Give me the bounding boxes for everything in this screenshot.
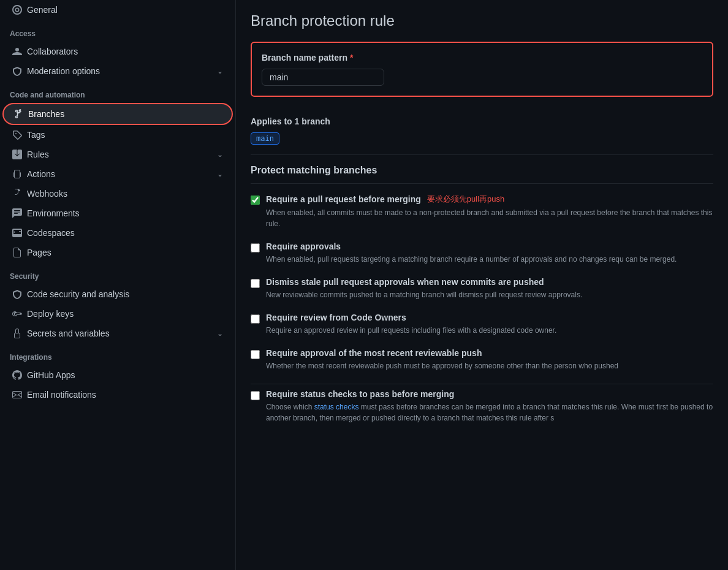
dismiss-stale-content: Dismiss stale pull request approvals whe… bbox=[266, 277, 582, 300]
require-code-owners-checkbox[interactable] bbox=[251, 314, 260, 324]
mail-icon bbox=[12, 390, 22, 400]
rule-require-approvals: Require approvals When enabled, pull req… bbox=[251, 241, 713, 265]
require-status-checks-checkbox[interactable] bbox=[251, 391, 260, 400]
sidebar-branches-label: Branches bbox=[28, 109, 64, 119]
sidebar-item-secrets[interactable]: Secrets and variables ⌄ bbox=[2, 324, 233, 343]
applies-title: Applies to 1 branch bbox=[251, 116, 713, 126]
require-pr-checkbox[interactable] bbox=[251, 196, 260, 205]
actions-chevron-icon: ⌄ bbox=[217, 170, 223, 178]
require-pr-annotation: 要求必须先pull再push bbox=[427, 194, 504, 205]
gear-icon bbox=[12, 5, 22, 15]
sidebar-item-general[interactable]: General bbox=[2, 0, 233, 20]
section-divider bbox=[251, 384, 713, 384]
require-status-checks-title: Require status checks to pass before mer… bbox=[266, 389, 713, 399]
apps-icon bbox=[12, 370, 22, 380]
branch-name-input[interactable] bbox=[262, 69, 384, 86]
tag-icon bbox=[12, 130, 22, 140]
moderation-icon bbox=[12, 66, 22, 76]
key-icon bbox=[12, 309, 22, 319]
require-code-owners-content: Require review from Code Owners Require … bbox=[266, 313, 556, 336]
applies-section: Applies to 1 branch main bbox=[251, 107, 713, 155]
require-approval-recent-title: Require approval of the most recent revi… bbox=[266, 348, 618, 358]
require-pr-content: Require a pull request before merging 要求… bbox=[266, 194, 713, 229]
require-approvals-checkbox[interactable] bbox=[251, 243, 260, 253]
sidebar-secrets-label: Secrets and variables bbox=[27, 329, 110, 338]
branch-icon bbox=[13, 109, 23, 119]
sidebar-rules-label: Rules bbox=[27, 150, 49, 159]
secrets-chevron-icon: ⌄ bbox=[217, 329, 223, 338]
sidebar-item-actions[interactable]: Actions ⌄ bbox=[2, 164, 233, 184]
webhook-icon bbox=[12, 189, 22, 199]
section-access: Access bbox=[0, 20, 235, 42]
sidebar-actions-label: Actions bbox=[27, 169, 55, 179]
sidebar-item-webhooks[interactable]: Webhooks bbox=[2, 184, 233, 203]
sidebar-item-github-apps[interactable]: GitHub Apps bbox=[2, 365, 233, 385]
sidebar-moderation-label: Moderation options bbox=[27, 66, 100, 76]
branch-name-label: Branch name pattern * bbox=[262, 53, 702, 63]
sidebar-deploy-keys-label: Deploy keys bbox=[27, 309, 74, 319]
sidebar: General Access Collaborators Moderation … bbox=[0, 0, 236, 570]
require-pr-title: Require a pull request before merging 要求… bbox=[266, 194, 713, 205]
dismiss-stale-checkbox[interactable] bbox=[251, 279, 260, 288]
rule-dismiss-stale: Dismiss stale pull request approvals whe… bbox=[251, 277, 713, 300]
sidebar-item-tags[interactable]: Tags bbox=[2, 125, 233, 145]
secret-icon bbox=[12, 329, 22, 338]
section-code-automation: Code and automation bbox=[0, 81, 235, 103]
sidebar-item-email-notifications[interactable]: Email notifications bbox=[2, 385, 233, 405]
require-status-checks-content: Require status checks to pass before mer… bbox=[266, 389, 713, 424]
sidebar-item-pages[interactable]: Pages bbox=[2, 243, 233, 262]
protect-title: Protect matching branches bbox=[251, 165, 713, 184]
dismiss-stale-title: Dismiss stale pull request approvals whe… bbox=[266, 277, 582, 287]
sidebar-collaborators-label: Collaborators bbox=[27, 47, 78, 56]
sidebar-github-apps-label: GitHub Apps bbox=[27, 370, 75, 380]
require-status-checks-desc: Choose which status checks must pass bef… bbox=[266, 401, 713, 424]
environment-icon bbox=[12, 208, 22, 218]
actions-icon bbox=[12, 169, 22, 179]
require-approval-recent-desc: Whether the most recent reviewable push … bbox=[266, 360, 618, 371]
person-icon bbox=[12, 47, 22, 56]
sidebar-item-collaborators[interactable]: Collaborators bbox=[2, 42, 233, 61]
sidebar-webhooks-label: Webhooks bbox=[27, 189, 67, 199]
pages-icon bbox=[12, 248, 22, 257]
main-content: Branch protection rule Branch name patte… bbox=[236, 0, 728, 570]
rule-require-code-owners: Require review from Code Owners Require … bbox=[251, 313, 713, 336]
sidebar-item-code-security[interactable]: Code security and analysis bbox=[2, 284, 233, 304]
shield-icon bbox=[12, 289, 22, 299]
sidebar-item-rules[interactable]: Rules ⌄ bbox=[2, 145, 233, 164]
sidebar-code-security-label: Code security and analysis bbox=[27, 289, 129, 299]
rule-require-status-checks: Require status checks to pass before mer… bbox=[251, 389, 713, 424]
rule-require-approval-recent: Require approval of the most recent revi… bbox=[251, 348, 713, 371]
sidebar-general-label: General bbox=[27, 5, 58, 15]
rules-chevron-icon: ⌄ bbox=[217, 150, 223, 159]
codespace-icon bbox=[12, 228, 22, 238]
sidebar-item-environments[interactable]: Environments bbox=[2, 203, 233, 223]
dismiss-stale-desc: New reviewable commits pushed to a match… bbox=[266, 289, 582, 300]
branch-name-section: Branch name pattern * bbox=[251, 42, 713, 97]
sidebar-tags-label: Tags bbox=[27, 130, 45, 140]
require-code-owners-desc: Require an approved review in pull reque… bbox=[266, 325, 556, 336]
sidebar-environments-label: Environments bbox=[27, 208, 80, 218]
sidebar-item-deploy-keys[interactable]: Deploy keys bbox=[2, 304, 233, 324]
section-security: Security bbox=[0, 262, 235, 284]
require-approval-recent-content: Require approval of the most recent revi… bbox=[266, 348, 618, 371]
require-approvals-content: Require approvals When enabled, pull req… bbox=[266, 241, 677, 265]
protect-section: Protect matching branches Require a pull… bbox=[251, 165, 713, 424]
sidebar-codespaces-label: Codespaces bbox=[27, 228, 75, 238]
sidebar-email-notifications-label: Email notifications bbox=[27, 390, 96, 400]
sidebar-item-branches[interactable]: Branches bbox=[2, 103, 233, 125]
status-checks-link[interactable]: status checks bbox=[314, 403, 359, 411]
branch-badge: main bbox=[251, 132, 279, 145]
sidebar-item-codespaces[interactable]: Codespaces bbox=[2, 223, 233, 243]
require-approval-recent-checkbox[interactable] bbox=[251, 350, 260, 359]
require-pr-desc: When enabled, all commits must be made t… bbox=[266, 207, 713, 229]
rules-icon bbox=[12, 150, 22, 159]
section-integrations: Integrations bbox=[0, 343, 235, 365]
sidebar-item-moderation[interactable]: Moderation options ⌄ bbox=[2, 61, 233, 81]
page-title: Branch protection rule bbox=[251, 12, 713, 29]
require-approvals-desc: When enabled, pull requests targeting a … bbox=[266, 254, 677, 265]
sidebar-pages-label: Pages bbox=[27, 248, 51, 257]
required-indicator: * bbox=[350, 53, 353, 63]
moderation-chevron-icon: ⌄ bbox=[217, 67, 223, 75]
require-code-owners-title: Require review from Code Owners bbox=[266, 313, 556, 322]
rule-require-pr: Require a pull request before merging 要求… bbox=[251, 194, 713, 229]
